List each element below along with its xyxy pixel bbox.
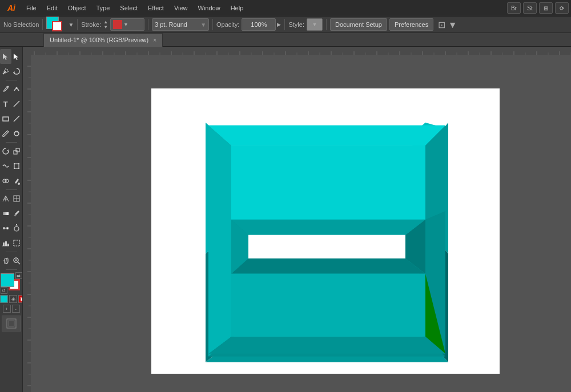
workspace-btn[interactable]: ⊞ — [539, 2, 553, 14]
menu-object[interactable]: Object — [63, 2, 91, 14]
svg-rect-48 — [7, 319, 16, 328]
svg-point-35 — [6, 227, 9, 229]
stock-btn[interactable]: St — [523, 2, 537, 14]
tab-close-btn[interactable]: × — [153, 37, 156, 43]
stroke-color-preview — [113, 20, 122, 29]
zoom-out-btn[interactable]: - — [12, 305, 20, 313]
menu-type[interactable]: Type — [92, 2, 115, 14]
blob-brush-tool[interactable] — [11, 126, 23, 141]
zoom-in-btn[interactable]: + — [3, 305, 11, 313]
stroke-fill-box[interactable]: ▼ — [110, 18, 144, 31]
style-swatch[interactable]: ▼ — [307, 18, 323, 31]
draw-behind-btn[interactable]: ▣ — [18, 295, 23, 303]
stroke-weight-dropdown[interactable]: 3 pt. Round ▼ — [152, 18, 209, 31]
lasso-tool[interactable] — [11, 64, 23, 79]
svg-marker-178 — [231, 219, 425, 235]
gradient-tool[interactable] — [0, 206, 11, 221]
nav-row — [0, 253, 22, 268]
warp-tool[interactable] — [0, 159, 11, 173]
rect-tool[interactable] — [0, 111, 11, 126]
ruler-left — [23, 55, 31, 392]
artboard-tool[interactable] — [11, 236, 23, 250]
svg-point-34 — [3, 227, 5, 229]
blend-tool[interactable] — [0, 221, 11, 236]
separator-2 — [77, 19, 78, 30]
rotate-tools-row — [0, 144, 22, 159]
panel-controls[interactable]: ⊡ ▼ — [438, 19, 457, 30]
sync-btn[interactable]: ⟳ — [555, 2, 569, 14]
bridge-btn[interactable]: Br — [507, 2, 521, 14]
separator-3 — [148, 19, 148, 30]
svg-marker-0 — [3, 54, 7, 60]
free-transform-tool[interactable] — [11, 159, 23, 173]
rotate-tool[interactable] — [0, 144, 11, 159]
direct-selection-tool[interactable] — [11, 49, 23, 64]
sep2 — [6, 142, 17, 143]
svg-marker-181 — [248, 235, 405, 258]
sep3 — [6, 189, 17, 190]
svg-line-5 — [7, 69, 8, 70]
reset-colors-btn[interactable]: ↺ — [1, 287, 7, 294]
selection-label: No Selection — [3, 21, 39, 28]
shape-container — [200, 116, 451, 370]
svg-rect-40 — [7, 244, 9, 246]
doc-setup-button[interactable]: Document Setup — [330, 18, 387, 31]
bottom-panel-btn[interactable] — [2, 316, 21, 332]
eyedropper-tool[interactable] — [11, 206, 23, 221]
zoom-tool[interactable] — [11, 253, 23, 268]
document-tab[interactable]: Untitled-1* @ 100% (RGB/Preview) × — [43, 33, 163, 47]
swap-colors-btn[interactable]: ⇄ — [15, 272, 22, 279]
type-tool[interactable]: T — [0, 96, 11, 111]
svg-line-11 — [14, 116, 19, 122]
lasso-tools-row — [0, 64, 22, 79]
column-graph-tool[interactable] — [0, 236, 11, 250]
symbol-sprayer-tool[interactable] — [11, 221, 23, 236]
scale-tool[interactable] — [11, 144, 23, 159]
svg-point-24 — [18, 183, 20, 185]
preferences-button[interactable]: Preferences — [389, 18, 433, 31]
fill-color-box[interactable] — [1, 273, 14, 287]
opacity-label: Opacity: — [216, 21, 239, 28]
svg-line-45 — [18, 262, 20, 264]
svg-rect-42 — [14, 240, 19, 246]
svg-line-25 — [3, 196, 6, 201]
live-paint-tool[interactable] — [11, 173, 23, 188]
menu-select[interactable]: Select — [115, 2, 142, 14]
mode-icons-row: ◈ ▣ — [0, 295, 23, 303]
ruler-top — [23, 47, 571, 55]
selection-tool[interactable] — [0, 49, 11, 64]
menu-effect[interactable]: Effect — [143, 2, 168, 14]
normal-mode-btn[interactable] — [0, 295, 8, 303]
ellipse-tool[interactable] — [11, 111, 23, 126]
stroke-weight-chevron: ▼ — [200, 22, 206, 28]
svg-marker-1 — [14, 54, 18, 60]
line-tool[interactable] — [11, 96, 23, 111]
hand-tool[interactable] — [0, 253, 11, 268]
svg-rect-17 — [14, 164, 19, 168]
curvature-tool[interactable] — [11, 82, 23, 96]
magic-wand-tool[interactable] — [0, 64, 11, 79]
menu-file[interactable]: File — [22, 2, 41, 14]
pen-tool[interactable] — [0, 82, 11, 96]
svg-marker-179 — [231, 273, 425, 336]
opacity-input[interactable]: 100% — [242, 18, 276, 31]
shape-builder-tool[interactable] — [0, 173, 11, 188]
selection-tools-row — [0, 49, 22, 64]
menu-edit[interactable]: Edit — [42, 2, 62, 14]
menu-help[interactable]: Help — [226, 2, 248, 14]
stroke-swatch[interactable] — [52, 21, 62, 31]
warp-tools-row — [0, 159, 22, 173]
blend-row — [0, 221, 22, 236]
mesh-tool[interactable] — [11, 191, 23, 206]
paintbrush-tool[interactable] — [0, 126, 11, 141]
svg-marker-163 — [208, 336, 445, 353]
menu-window[interactable]: Window — [194, 2, 225, 14]
perspective-row — [0, 191, 22, 206]
menu-view[interactable]: View — [170, 2, 192, 14]
opacity-chevron[interactable]: ▶ — [277, 22, 281, 27]
stroke-spinner[interactable]: ▲ ▼ — [103, 20, 108, 30]
type-tools-row: T — [0, 96, 22, 111]
draw-inside-btn[interactable]: ◈ — [9, 295, 17, 303]
perspective-grid-tool[interactable] — [0, 191, 11, 206]
svg-line-9 — [14, 101, 19, 107]
